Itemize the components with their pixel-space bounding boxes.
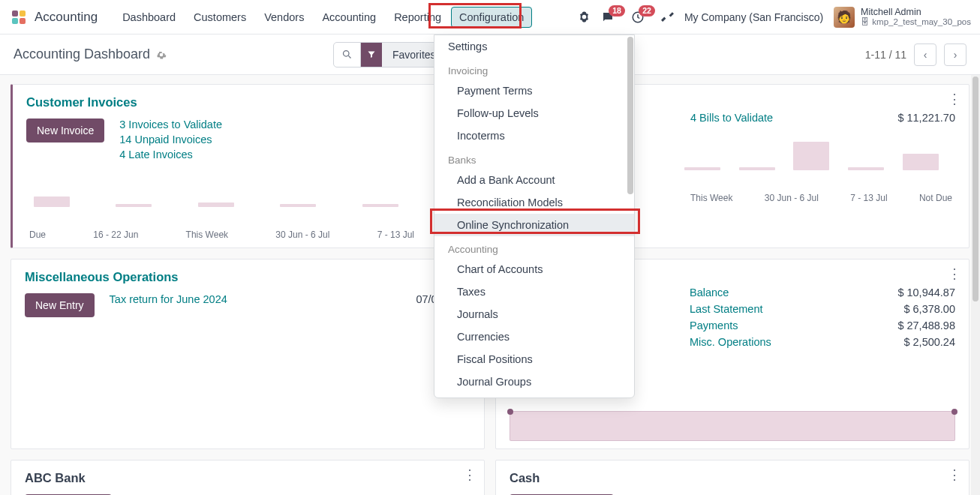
- bar-chart: [26, 177, 471, 207]
- bank-timeline: [510, 411, 955, 441]
- dd-incoterms[interactable]: Incoterms: [434, 124, 634, 147]
- dd-fiscal[interactable]: Fiscal Positions: [434, 348, 634, 370]
- card-menu-icon[interactable]: ⋮: [948, 468, 961, 482]
- card-abc-bank: ⋮ ABC Bank Connect Bank Balance $ 2,000.…: [11, 460, 485, 495]
- link-unpaid[interactable]: 14 Unpaid Invoices: [119, 134, 428, 146]
- link-balance[interactable]: Balance: [690, 286, 882, 298]
- nav-configuration[interactable]: Configuration: [451, 7, 532, 28]
- link-to-validate[interactable]: 3 Invoices to Validate: [119, 118, 428, 130]
- topbar-right: 18 22 My Company (San Francisco) 🧑 Mitch…: [578, 7, 971, 28]
- new-invoice-button[interactable]: New Invoice: [26, 118, 104, 142]
- new-entry-button[interactable]: New Entry: [25, 293, 95, 317]
- dd-coa[interactable]: Chart of Accounts: [434, 258, 634, 280]
- card-menu-icon[interactable]: ⋮: [948, 267, 961, 280]
- tools-icon[interactable]: [661, 10, 674, 23]
- card-title[interactable]: Miscellaneous Operations: [25, 270, 470, 284]
- nav-items: Dashboard Customers Vendors Accounting R…: [114, 7, 532, 28]
- company-switcher[interactable]: My Company (San Francisco): [684, 11, 823, 23]
- card-title[interactable]: Cash: [510, 471, 955, 485]
- filter-icon: [361, 43, 382, 67]
- topbar: Accounting Dashboard Customers Vendors A…: [0, 0, 980, 34]
- dd-online-sync[interactable]: Online Synchronization: [434, 214, 634, 236]
- dd-followup[interactable]: Follow-up Levels: [434, 102, 634, 124]
- pager-next[interactable]: ›: [944, 44, 966, 66]
- gear-icon[interactable]: [156, 50, 167, 60]
- link-misc-ops[interactable]: Misc. Operations: [690, 336, 882, 348]
- user-menu[interactable]: 🧑 Mitchell Admin 🗄 kmp_2_test_may_30_pos: [834, 7, 971, 28]
- link-last-stmt[interactable]: Last Statement: [690, 303, 882, 315]
- nav-reporting[interactable]: Reporting: [386, 7, 449, 28]
- dd-journal-groups[interactable]: Journal Groups: [434, 370, 634, 393]
- user-name: Mitchell Admin: [861, 7, 971, 17]
- svg-rect-3: [20, 18, 26, 24]
- avatar: 🧑: [834, 7, 855, 28]
- svg-rect-2: [12, 18, 18, 24]
- app-name[interactable]: Accounting: [35, 10, 98, 25]
- debug-icon[interactable]: [578, 10, 591, 23]
- favorites-chip[interactable]: Favorites: [360, 43, 445, 67]
- nav-vendors[interactable]: Vendors: [256, 7, 312, 28]
- dd-add-bank[interactable]: Add a Bank Account: [434, 169, 634, 191]
- card-cash: ⋮ Cash Reconcile 5 Items Balance $ -0.00: [495, 460, 969, 495]
- dd-recon-models[interactable]: Reconciliation Models: [434, 191, 634, 214]
- val-bills: $ 11,221.70: [897, 112, 955, 124]
- page-title: Accounting Dashboard: [14, 46, 167, 62]
- nav-dashboard[interactable]: Dashboard: [114, 7, 184, 28]
- pager-prev[interactable]: ‹: [914, 44, 936, 66]
- app-logo[interactable]: [9, 8, 29, 27]
- main-scrollbar[interactable]: [971, 75, 980, 495]
- dd-payment-terms[interactable]: Payment Terms: [434, 80, 634, 102]
- dd-journals[interactable]: Journals: [434, 303, 634, 326]
- dd-currencies[interactable]: Currencies: [434, 326, 634, 348]
- link-bills-validate[interactable]: 4 Bills to Validate: [690, 112, 882, 124]
- card-customer-invoices: ⋮ Customer Invoices New Invoice 3 Invoic…: [11, 84, 485, 248]
- pager-text: 1-11 / 11: [865, 49, 906, 61]
- dd-header-banks: Banks: [434, 147, 634, 169]
- card-misc-ops: Miscellaneous Operations New Entry Tax r…: [11, 259, 485, 449]
- activities-badge: 22: [639, 5, 655, 16]
- nav-customers[interactable]: Customers: [185, 7, 254, 28]
- svg-rect-0: [12, 10, 18, 16]
- activities-icon[interactable]: 22: [631, 10, 645, 24]
- card-menu-icon[interactable]: ⋮: [463, 468, 476, 482]
- messages-icon[interactable]: 18: [601, 10, 615, 24]
- svg-point-5: [344, 51, 350, 57]
- card-menu-icon[interactable]: ⋮: [948, 92, 961, 106]
- card-title[interactable]: ABC Bank: [25, 471, 470, 485]
- card-title[interactable]: Customer Invoices: [26, 95, 471, 110]
- nav-accounting[interactable]: Accounting: [314, 7, 384, 28]
- dropdown-scrollbar[interactable]: [624, 36, 633, 398]
- link-late[interactable]: 4 Late Invoices: [119, 148, 428, 160]
- dd-taxes[interactable]: Taxes: [434, 280, 634, 303]
- link-payments[interactable]: Payments: [690, 320, 882, 332]
- pager: 1-11 / 11 ‹ ›: [865, 44, 966, 66]
- search-bar[interactable]: Favorites: [333, 42, 446, 68]
- configuration-dropdown: Settings Invoicing Payment Terms Follow-…: [434, 34, 635, 398]
- dd-header-accounting: Accounting: [434, 236, 634, 258]
- search-icon: [334, 49, 360, 60]
- dd-header-invoicing: Invoicing: [434, 58, 634, 80]
- user-db: 🗄 kmp_2_test_may_30_pos: [861, 17, 971, 27]
- link-tax-return[interactable]: Tax return for June 2024: [110, 293, 401, 305]
- dd-settings[interactable]: Settings: [434, 35, 634, 58]
- svg-rect-1: [20, 10, 26, 16]
- bar-axis: Due 16 - 22 Jun This Week 30 Jun - 6 Jul…: [26, 230, 471, 240]
- messages-badge: 18: [609, 5, 625, 16]
